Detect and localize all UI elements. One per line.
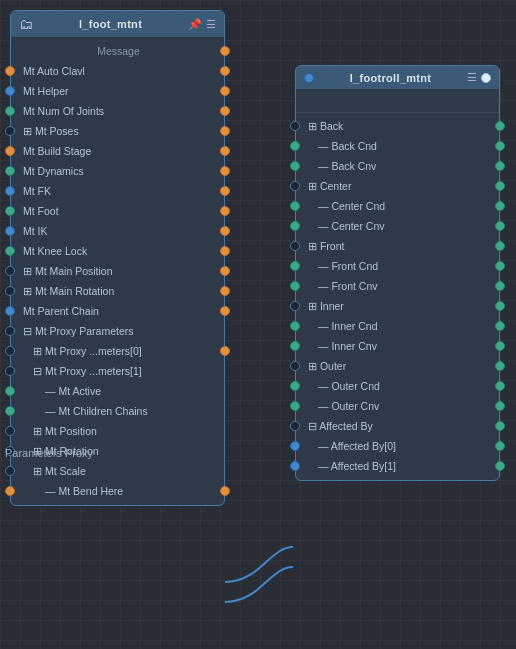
port-left-teal bbox=[290, 281, 300, 291]
list-item: — Mt Children Chains bbox=[11, 401, 224, 421]
port-left-dark bbox=[5, 466, 15, 476]
node1-header[interactable]: 🗂 l_foot_mtnt 📌 ☰ bbox=[11, 11, 224, 37]
list-item: ⊟ Mt Proxy ...meters[1] bbox=[11, 361, 224, 381]
list-item: ⊞ Back bbox=[296, 116, 499, 136]
port-left-teal bbox=[290, 401, 300, 411]
port-right-orange bbox=[220, 226, 230, 236]
blue-dot-icon bbox=[304, 73, 314, 83]
list-item: ⊞ Mt Scale bbox=[11, 461, 224, 481]
port-left-orange bbox=[5, 486, 15, 496]
port-left-teal bbox=[290, 161, 300, 171]
node-l-foot-mtnt: 🗂 l_foot_mtnt 📌 ☰ MessageMt Auto ClavlMt… bbox=[10, 10, 225, 506]
row-label: — Inner Cnd bbox=[318, 320, 489, 332]
port-left-blue bbox=[5, 186, 15, 196]
list-item: — Front Cnd bbox=[296, 256, 499, 276]
row-label: ⊞ Outer bbox=[308, 360, 489, 372]
list-item: Message bbox=[11, 41, 224, 61]
layers-icon: 🗂 bbox=[19, 16, 33, 32]
node2-header[interactable]: l_footroll_mtnt ☰ bbox=[296, 66, 499, 89]
row-label: ⊞ Mt Main Position bbox=[23, 265, 214, 277]
row-label: ⊞ Front bbox=[308, 240, 489, 252]
list-item: Mt IK bbox=[11, 221, 224, 241]
port-left-dark bbox=[290, 301, 300, 311]
row-label: — Inner Cnv bbox=[318, 340, 489, 352]
port-right-teal bbox=[495, 381, 505, 391]
port-left-dark bbox=[5, 286, 15, 296]
port-right-orange bbox=[220, 66, 230, 76]
port-right-teal bbox=[495, 261, 505, 271]
list-item: ⊞ Mt Main Rotation bbox=[11, 281, 224, 301]
row-label: — Center Cnd bbox=[318, 200, 489, 212]
node1-body: MessageMt Auto ClavlMt HelperMt Num Of J… bbox=[11, 37, 224, 505]
row-label: ⊞ Mt Position bbox=[33, 425, 214, 437]
row-label: ⊟ Affected By bbox=[308, 420, 489, 432]
port-left-dark bbox=[5, 366, 15, 376]
list-item: ⊞ Mt Position bbox=[11, 421, 224, 441]
list-item: — Back Cnv bbox=[296, 156, 499, 176]
row-label: ⊟ Mt Proxy Parameters bbox=[23, 325, 214, 337]
port-right-teal bbox=[495, 321, 505, 331]
port-left-dark bbox=[290, 121, 300, 131]
list-item: Mt Foot bbox=[11, 201, 224, 221]
node2-title: l_footroll_mtnt bbox=[350, 72, 432, 84]
list-item: Mt Auto Clavl bbox=[11, 61, 224, 81]
port-right-orange bbox=[220, 126, 230, 136]
port-left-dark bbox=[290, 361, 300, 371]
list-item: — Outer Cnd bbox=[296, 376, 499, 396]
list-item: — Back Cnd bbox=[296, 136, 499, 156]
row-label: Message bbox=[23, 45, 214, 57]
port-right-teal bbox=[495, 221, 505, 231]
node2-body: ⊞ Back— Back Cnd— Back Cnv⊞ Center— Cent… bbox=[296, 89, 499, 480]
pin-icon: 📌 bbox=[188, 18, 202, 31]
row-label: Mt Build Stage bbox=[23, 145, 214, 157]
row-label: — Front Cnd bbox=[318, 260, 489, 272]
row-label: Mt FK bbox=[23, 185, 214, 197]
port-right-teal bbox=[495, 461, 505, 471]
row-label: — Back Cnv bbox=[318, 160, 489, 172]
list-item: ⊞ Mt Proxy ...meters[0] bbox=[11, 341, 224, 361]
node2-header-left-icons bbox=[304, 73, 314, 83]
port-left-orange bbox=[5, 66, 15, 76]
row-label: — Outer Cnv bbox=[318, 400, 489, 412]
port-right-orange bbox=[220, 186, 230, 196]
row-label: — Outer Cnd bbox=[318, 380, 489, 392]
node2-input-row bbox=[296, 93, 499, 113]
list-item: — Center Cnd bbox=[296, 196, 499, 216]
list-item: Mt FK bbox=[11, 181, 224, 201]
list-item: — Outer Cnv bbox=[296, 396, 499, 416]
list-item: — Inner Cnd bbox=[296, 316, 499, 336]
parameters-proxy-label: Parameters Proxy bbox=[5, 447, 93, 459]
row-label: ⊞ Inner bbox=[308, 300, 489, 312]
node1-header-right-icons: 📌 ☰ bbox=[188, 18, 216, 31]
node2-header-right-icons: ☰ bbox=[467, 71, 491, 84]
row-label: — Mt Bend Here bbox=[45, 485, 214, 497]
row-label: — Mt Active bbox=[45, 385, 214, 397]
port-left-teal bbox=[290, 321, 300, 331]
port-right-teal bbox=[495, 361, 505, 371]
white-dot-icon bbox=[481, 73, 491, 83]
list-item: Mt Knee Lock bbox=[11, 241, 224, 261]
row-label: — Back Cnd bbox=[318, 140, 489, 152]
node-l-footroll-mtnt: l_footroll_mtnt ☰ ⊞ Back— Back Cnd— Back… bbox=[295, 65, 500, 481]
port-left-orange bbox=[5, 146, 15, 156]
list-item: Mt Num Of Joints bbox=[11, 101, 224, 121]
port-right-teal bbox=[495, 141, 505, 151]
list-item: — Center Cnv bbox=[296, 216, 499, 236]
port-left-dark bbox=[290, 421, 300, 431]
list-item: ⊞ Mt Poses bbox=[11, 121, 224, 141]
port-right-teal bbox=[495, 161, 505, 171]
port-left-dark bbox=[5, 126, 15, 136]
row-label: Mt Num Of Joints bbox=[23, 105, 214, 117]
list-item: Mt Helper bbox=[11, 81, 224, 101]
port-left-blue bbox=[290, 461, 300, 471]
port-right-teal bbox=[495, 201, 505, 211]
row-label: — Affected By[1] bbox=[318, 460, 489, 472]
row-label: Mt Dynamics bbox=[23, 165, 214, 177]
list-item: ⊞ Center bbox=[296, 176, 499, 196]
port-left-blue bbox=[5, 226, 15, 236]
port-right-orange bbox=[220, 166, 230, 176]
port-right-orange bbox=[220, 306, 230, 316]
list-item: ⊞ Outer bbox=[296, 356, 499, 376]
node1-title: l_foot_mtnt bbox=[79, 18, 142, 30]
port-left-teal bbox=[5, 246, 15, 256]
